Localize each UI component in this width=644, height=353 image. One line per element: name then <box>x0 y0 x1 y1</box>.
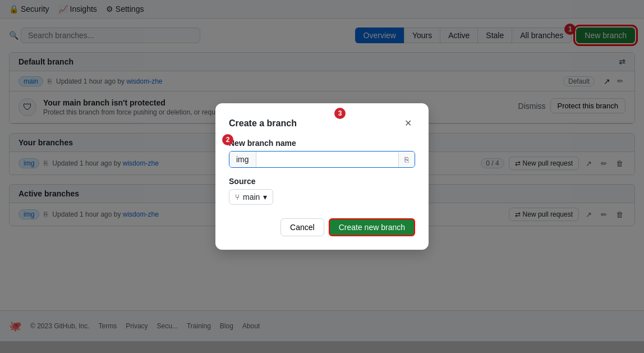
source-dropdown[interactable]: ⑂ main ▾ <box>229 189 273 205</box>
branch-name-input[interactable] <box>256 152 398 167</box>
chevron-down-icon: ▾ <box>263 192 267 201</box>
cancel-button[interactable]: Cancel <box>280 218 324 236</box>
step2-badge: 2 <box>222 134 233 145</box>
branch-prefix: img <box>229 152 256 167</box>
copy-name-button[interactable]: ⎘ <box>398 152 415 167</box>
modal-close-button[interactable]: ✕ <box>401 117 415 130</box>
modal-title: Create a branch <box>229 118 297 129</box>
source-label: Source <box>229 177 415 186</box>
branch-source-icon: ⑂ <box>235 192 240 201</box>
branch-name-label: New branch name <box>229 139 415 148</box>
step3-badge: 3 <box>334 108 346 119</box>
create-branch-button[interactable]: Create new branch <box>329 218 415 236</box>
modal-overlay[interactable]: Create a branch ✕ New branch name 2 img … <box>0 0 644 341</box>
branch-name-input-group: img ⎘ <box>229 151 415 168</box>
create-branch-modal: Create a branch ✕ New branch name 2 img … <box>215 103 429 250</box>
